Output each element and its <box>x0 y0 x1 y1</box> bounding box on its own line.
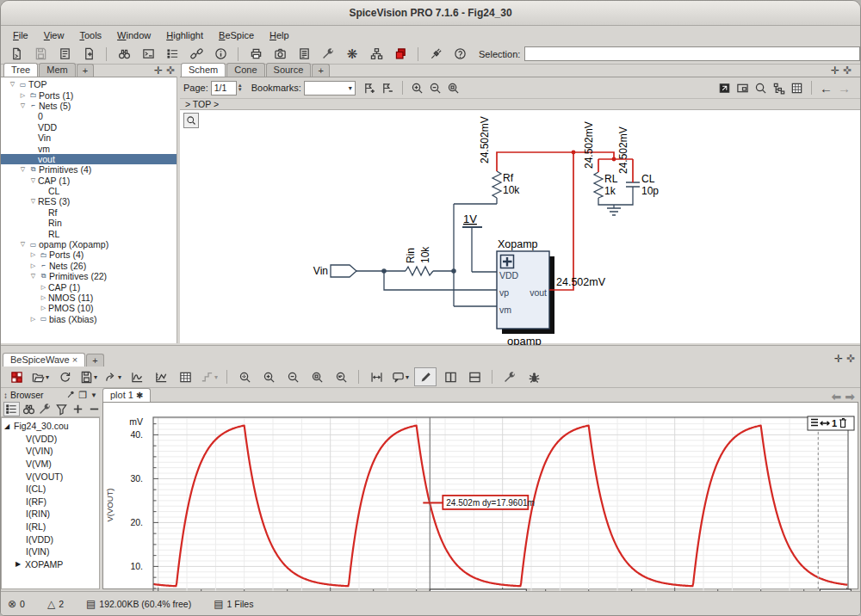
tree-item-vin[interactable]: Vin <box>1 132 177 143</box>
tree-item-nets-5-[interactable]: ▽⌐Nets (5) <box>1 101 177 111</box>
move-panel-icon[interactable]: ✛ <box>831 65 839 77</box>
menu-bespice[interactable]: BeSpice <box>212 28 261 43</box>
signal-item-vvin[interactable]: V(VIN) <box>2 445 99 458</box>
signal-item-irl[interactable]: I(RL) <box>2 521 99 533</box>
collapse-icon[interactable]: ▽ <box>28 198 38 205</box>
zoom-out-icon[interactable] <box>282 368 303 385</box>
rf-resistor[interactable] <box>492 171 501 198</box>
menu-highlight[interactable]: Highlight <box>159 28 210 43</box>
search-icon[interactable] <box>114 46 134 63</box>
tree-item-primitives-22-[interactable]: ▽⧉Primitives (22) <box>1 271 177 281</box>
page-spinner-arrows[interactable]: ▲▼ <box>238 83 243 92</box>
tree-item-nmos-11-[interactable]: ▷NMOS (11) <box>1 293 177 303</box>
signal-item-vvdd[interactable]: V(VDD) <box>2 433 99 446</box>
remove-signal-icon[interactable] <box>87 403 102 416</box>
fit-x-icon[interactable] <box>366 368 387 385</box>
callout-icon[interactable]: ▾ <box>390 368 411 385</box>
print-icon[interactable] <box>245 46 266 63</box>
signal-item-irf[interactable]: I(RF) <box>2 496 99 508</box>
rin-resistor[interactable] <box>406 267 433 275</box>
split-vertical-icon[interactable] <box>440 368 461 385</box>
expand-icon[interactable]: ▷ <box>18 92 28 99</box>
wrench-icon[interactable] <box>38 403 53 416</box>
bookmark-add-icon[interactable] <box>362 79 378 96</box>
tree-item-opamp-xopamp-[interactable]: ▽▭opamp (Xopamp) <box>1 239 177 249</box>
waveform-svg[interactable]: 500.600.700.800.10.20.30.40.mVV(VOUT)24.… <box>103 403 860 605</box>
dropdown-arrow-icon[interactable]: ▾ <box>118 373 121 381</box>
zoom-undo-icon[interactable] <box>331 368 351 385</box>
title-bar[interactable]: SpiceVision PRO 7.1.6 - Fig24_30 <box>1 1 860 26</box>
collapse-icon[interactable]: ▽ <box>28 273 38 280</box>
signal-item-ivin[interactable]: I(VIN) <box>2 545 99 558</box>
menu-file[interactable]: File <box>6 28 35 43</box>
tree-item-top[interactable]: ▽▭TOP <box>1 79 177 89</box>
page-spinner[interactable]: 1/1 <box>211 81 237 95</box>
reload-icon[interactable] <box>54 368 75 385</box>
move-panel-icon[interactable]: ✛ <box>834 353 843 365</box>
collapse-icon[interactable]: ▼ <box>90 391 97 399</box>
save-icon[interactable]: ▾ <box>78 368 99 385</box>
wrench-icon[interactable] <box>499 368 520 385</box>
add-signal-icon[interactable] <box>71 403 85 416</box>
collapse-icon[interactable]: ▽ <box>8 81 17 88</box>
zoom-fit-icon[interactable] <box>445 79 461 96</box>
rl-resistor[interactable] <box>594 172 603 198</box>
invert-view-icon[interactable] <box>716 79 733 96</box>
zoom-select-icon[interactable] <box>234 368 255 385</box>
compare-icon[interactable] <box>390 46 411 63</box>
expand-icon[interactable]: ▷ <box>28 251 38 258</box>
console-icon[interactable] <box>138 46 158 63</box>
tree-item-rl[interactable]: RL <box>1 228 177 238</box>
tree-item-ports-4-[interactable]: ▷🗀Ports (4) <box>1 249 177 260</box>
zoom-in-icon[interactable] <box>258 368 279 385</box>
netlist-lines-icon[interactable] <box>162 46 183 63</box>
tab-plot1[interactable]: plot 1 ✱ <box>102 388 151 402</box>
menu-tools[interactable]: Tools <box>72 28 108 43</box>
detach-panel-icon[interactable]: ✜ <box>846 353 855 365</box>
expand-icon[interactable]: ▷ <box>39 294 48 301</box>
export-icon[interactable]: ▾ <box>102 368 123 385</box>
back-icon[interactable]: ← <box>818 79 834 96</box>
tree-item-res-3-[interactable]: ▽RES (3) <box>1 196 177 206</box>
expand-icon[interactable]: ▷ <box>28 316 38 323</box>
tree-item-vout[interactable]: vout <box>1 154 177 164</box>
wave-app-icon[interactable] <box>6 368 27 385</box>
zoom-fit-icon[interactable] <box>307 368 327 385</box>
wrench-icon[interactable] <box>318 46 338 63</box>
step-plot-icon[interactable]: ▾ <box>199 368 220 385</box>
search-icon[interactable] <box>22 403 36 416</box>
magnifier-icon[interactable] <box>753 79 769 96</box>
text-report-icon[interactable] <box>294 46 314 63</box>
tab-source[interactable]: Source <box>266 63 312 77</box>
pin-icon[interactable] <box>66 390 76 401</box>
expand-icon[interactable]: ▷ <box>39 284 48 291</box>
tab-cone[interactable]: Cone <box>226 63 264 77</box>
tree-item-cap-1-[interactable]: ▷CAP (1) <box>1 281 177 292</box>
warning-count[interactable]: △2 <box>47 598 64 610</box>
forward-icon[interactable]: → <box>836 79 852 96</box>
tree-item-vdd[interactable]: VDD <box>1 122 177 132</box>
tree-item-cl[interactable]: CL <box>1 186 177 196</box>
close-tab-icon[interactable]: × <box>72 354 77 365</box>
detach-panel-icon[interactable]: ✜ <box>843 65 852 77</box>
info-icon[interactable] <box>210 46 231 63</box>
dropdown-arrow-icon[interactable]: ▾ <box>46 373 49 381</box>
tab-tree[interactable]: Tree <box>3 63 38 77</box>
link-icon[interactable] <box>186 46 207 63</box>
new-view-icon[interactable] <box>78 46 99 63</box>
probe-plug-icon[interactable] <box>425 46 446 63</box>
subcircuit-icon[interactable] <box>771 79 787 96</box>
schem-new-tab-button[interactable]: + <box>312 64 329 77</box>
dropdown-arrow-icon[interactable]: ▾ <box>94 373 97 381</box>
signal-item-vvout[interactable]: V(VOUT) <box>2 470 99 483</box>
tree-item-vm[interactable]: vm <box>1 143 177 153</box>
signal-item-irin[interactable]: I(RIN) <box>2 508 99 521</box>
tab-bespicewave[interactable]: BeSpiceWave × <box>3 353 85 367</box>
cursor-controls[interactable]: 1 <box>808 416 854 430</box>
bookmark-remove-icon[interactable] <box>380 79 396 96</box>
bug-icon[interactable] <box>523 368 544 385</box>
collapse-icon[interactable]: ◢ <box>4 422 14 430</box>
measurement-annotation[interactable]: 24.502m dy=17.9601m <box>423 496 535 509</box>
signal-list-icon[interactable] <box>3 402 20 416</box>
signal-item-icl[interactable]: I(CL) <box>2 483 99 496</box>
